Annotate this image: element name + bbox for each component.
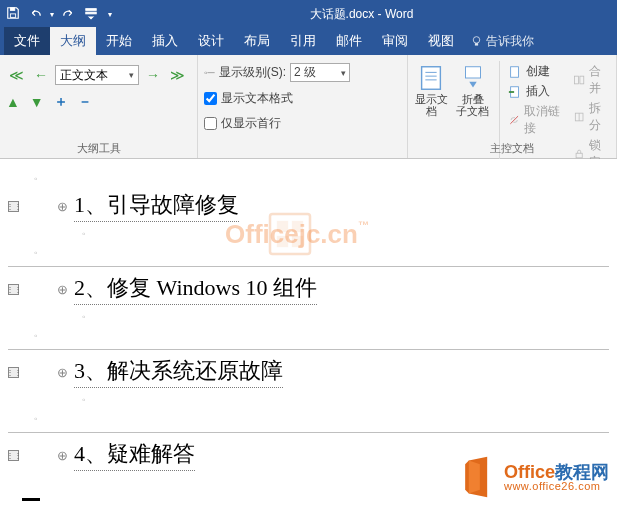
promote-icon[interactable]: ← [31,67,51,83]
ribbon: ≪ ← 正文文本 ▾ → ≫ ▲ ▼ ＋ － 大纲工具 ◦─ 显示级别(S): … [0,55,617,159]
body-bullet: ◦ [34,326,613,345]
subdoc-divider [8,266,609,267]
body-bullet: ◦ [34,243,613,262]
insert-subdoc-button[interactable]: 插入 [508,83,567,100]
body-bullet: ◦ [82,307,613,326]
lightbulb-icon [470,35,483,48]
collapse-icon[interactable]: － [78,93,92,111]
split-icon [573,110,585,124]
show-document-icon [416,63,446,93]
customize-qat-icon[interactable] [84,6,98,23]
tab-outline[interactable]: 大纲 [50,27,96,55]
expand-handle-icon[interactable]: ⊕ [57,365,68,380]
title-bar: ▾ ▾ 大话题.docx - Word [0,0,617,28]
outline-heading-row[interactable]: ⋮⋮ ⊕ 4、疑难解答 [4,437,613,473]
tab-layout[interactable]: 布局 [234,27,280,55]
chevron-down-icon: ▾ [341,68,346,78]
tab-references[interactable]: 引用 [280,27,326,55]
svg-rect-11 [510,66,518,77]
subdoc-divider [8,349,609,350]
collapse-subdocs-label-1: 折叠 [462,93,484,105]
promote-to-heading1-icon[interactable]: ≪ [6,67,27,83]
heading-text[interactable]: 2、修复 Windows 10 组件 [74,273,317,305]
subdoc-move-handle-icon[interactable]: ⋮⋮ [8,201,19,212]
merge-icon [573,73,585,87]
tell-me-label: 告诉我你 [486,33,534,50]
create-label: 创建 [526,63,550,80]
collapse-subdocs-icon [458,63,488,93]
tab-home[interactable]: 开始 [96,27,142,55]
svg-rect-1 [10,7,14,10]
expand-icon[interactable]: ＋ [54,93,68,111]
subdoc-move-handle-icon[interactable]: ⋮⋮ [8,450,19,461]
create-subdoc-button[interactable]: 创建 [508,63,567,80]
svg-rect-3 [86,12,97,14]
unlink-icon [508,113,520,127]
collapse-subdocs-label-2: 子文档 [456,105,489,117]
show-text-formatting-label: 显示文本格式 [221,90,293,107]
create-icon [508,65,522,79]
merge-label: 合并 [589,63,610,97]
tell-me-search[interactable]: 告诉我你 [470,28,534,55]
heading-text[interactable]: 3、解决系统还原故障 [74,356,283,388]
expand-handle-icon[interactable]: ⊕ [57,199,68,214]
tab-design[interactable]: 设计 [188,27,234,55]
undo-dropdown-icon[interactable]: ▾ [50,10,54,19]
group-label-master-doc: 主控文档 [408,141,617,156]
quick-access-toolbar: ▾ ▾ [6,6,112,23]
split-label: 拆分 [589,100,610,134]
demote-icon[interactable]: → [143,67,163,83]
show-level-value: 2 级 [294,64,316,81]
show-text-formatting-checkbox[interactable] [204,92,217,105]
move-up-icon[interactable]: ▲ [6,94,20,110]
svg-rect-0 [10,13,15,17]
expand-handle-icon[interactable]: ⊕ [57,282,68,297]
footer-url: www.office26.com [504,481,609,492]
outline-heading-row[interactable]: ⋮⋮ ⊕ 1、引导故障修复 [4,188,613,224]
body-bullet: ◦ [34,169,613,188]
undo-icon[interactable] [28,6,42,23]
show-level-selector[interactable]: 2 级 ▾ [290,63,350,82]
subdoc-divider [8,432,609,433]
group-label-outline-tools: 大纲工具 [0,141,197,156]
unlink-label: 取消链接 [524,103,566,137]
expand-handle-icon[interactable]: ⊕ [57,448,68,463]
svg-rect-15 [579,76,583,84]
window-title: 大话题.docx - Word [112,6,611,23]
svg-point-4 [473,37,480,44]
body-bullet: ◦ [34,409,613,428]
svg-rect-2 [86,8,97,10]
merge-subdoc-button[interactable]: 合并 [573,63,610,97]
insert-doc-icon [508,85,522,99]
ribbon-group-master-document: 显示文档 折叠 子文档 创建 插入 取消链接 [408,55,618,158]
document-area[interactable]: Officejc.cn™ ◦ ⋮⋮ ⊕ 1、引导故障修复 ◦ ◦ ⋮⋮ ⊕ 2、… [0,159,617,505]
outline-heading-row[interactable]: ⋮⋮ ⊕ 2、修复 Windows 10 组件 [4,271,613,307]
redo-icon[interactable] [62,6,76,23]
tab-mailings[interactable]: 邮件 [326,27,372,55]
save-icon[interactable] [6,6,20,23]
subdoc-move-handle-icon[interactable]: ⋮⋮ [8,284,19,295]
tab-insert[interactable]: 插入 [142,27,188,55]
subdoc-move-handle-icon[interactable]: ⋮⋮ [8,367,19,378]
chevron-down-icon: ▾ [129,70,134,80]
svg-rect-5 [475,43,478,45]
show-first-line-checkbox[interactable] [204,117,217,130]
show-first-line-label: 仅显示首行 [221,115,281,132]
heading-text[interactable]: 1、引导故障修复 [74,190,239,222]
tab-view[interactable]: 视图 [418,27,464,55]
outline-heading-row[interactable]: ⋮⋮ ⊕ 3、解决系统还原故障 [4,354,613,390]
demote-to-body-icon[interactable]: ≫ [167,67,188,83]
tab-review[interactable]: 审阅 [372,27,418,55]
outline-level-selector[interactable]: 正文文本 ▾ [55,65,139,85]
show-level-label: 显示级别(S): [219,64,286,81]
svg-rect-14 [574,76,578,84]
unlink-subdoc-button[interactable]: 取消链接 [508,103,567,137]
move-down-icon[interactable]: ▼ [30,94,44,110]
split-subdoc-button[interactable]: 拆分 [573,100,610,134]
heading-text[interactable]: 4、疑难解答 [74,439,195,471]
insert-label: 插入 [526,83,550,100]
ribbon-group-outline-tools: ≪ ← 正文文本 ▾ → ≫ ▲ ▼ ＋ － 大纲工具 [0,55,198,158]
ribbon-group-show: ◦─ 显示级别(S): 2 级 ▾ 显示文本格式 仅显示首行 [198,55,408,158]
outline-level-value: 正文文本 [60,67,108,84]
tab-file[interactable]: 文件 [4,27,50,55]
